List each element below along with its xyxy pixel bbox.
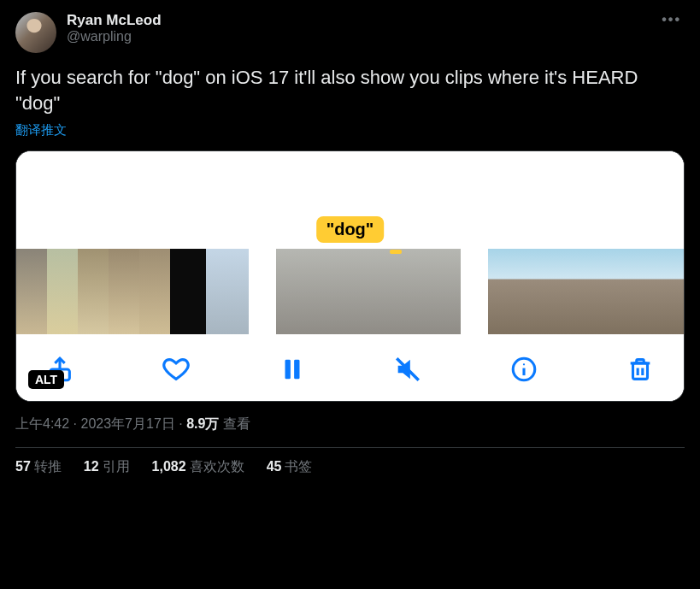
author-block[interactable]: Ryan McLeod @warpling (67, 12, 162, 44)
quotes-stat[interactable]: 12引用 (84, 458, 130, 476)
svg-rect-1 (285, 360, 290, 380)
clip-group-1[interactable] (16, 249, 249, 334)
tweet-meta: 上午4:42 · 2023年7月17日 · 8.9万 查看 (15, 415, 685, 433)
heart-icon[interactable] (162, 355, 191, 384)
thumb[interactable] (206, 249, 249, 334)
clip-group-3[interactable] (488, 249, 685, 334)
views-label: 查看 (219, 416, 250, 431)
thumb[interactable] (567, 249, 606, 334)
thumb[interactable] (606, 249, 645, 334)
thumb[interactable] (322, 249, 368, 334)
thumb[interactable] (139, 249, 170, 334)
caption-pill: "dog" (316, 216, 385, 243)
likes-stat[interactable]: 1,082喜欢次数 (152, 458, 244, 476)
author-handle: @warpling (67, 29, 162, 44)
svg-point-5 (523, 364, 525, 366)
thumb[interactable] (109, 249, 139, 334)
thumb[interactable] (47, 249, 78, 334)
thumb[interactable] (368, 249, 415, 334)
media-toolbar (16, 334, 684, 401)
thumb[interactable] (170, 249, 206, 334)
bookmarks-stat[interactable]: 45书签 (267, 458, 313, 476)
tweet-text: If you search for "dog" on iOS 17 it'll … (15, 65, 685, 115)
more-menu-button[interactable]: ••• (658, 12, 685, 27)
thumb[interactable] (415, 249, 461, 334)
tweet-container: Ryan McLeod @warpling ••• If you search … (0, 0, 700, 485)
tweet-stats: 57转推 12引用 1,082喜欢次数 45书签 (15, 458, 685, 476)
retweets-stat[interactable]: 57转推 (15, 458, 62, 476)
views-count: 8.9万 (186, 416, 219, 431)
tweet-time[interactable]: 上午4:42 (15, 416, 69, 431)
caption-marker (390, 250, 402, 254)
thumb[interactable] (527, 249, 567, 334)
svg-rect-2 (294, 360, 299, 380)
info-icon[interactable] (509, 355, 538, 384)
author-name: Ryan McLeod (67, 12, 162, 29)
thumb[interactable] (488, 249, 527, 334)
svg-rect-6 (632, 363, 647, 379)
media-card[interactable]: "dog" (15, 150, 685, 402)
thumb[interactable] (16, 249, 47, 334)
pause-icon[interactable] (278, 355, 307, 384)
translate-link[interactable]: 翻译推文 (15, 122, 685, 138)
thumb[interactable] (276, 249, 322, 334)
media-top-area: "dog" (16, 151, 684, 249)
thumb[interactable] (645, 249, 685, 334)
timeline-strip[interactable] (16, 249, 684, 334)
avatar[interactable] (15, 12, 56, 53)
tweet-header: Ryan McLeod @warpling ••• (15, 12, 685, 53)
mute-icon[interactable] (393, 355, 422, 384)
clip-group-2[interactable] (273, 249, 464, 334)
thumb[interactable] (78, 249, 109, 334)
trash-icon[interactable] (626, 355, 655, 384)
tweet-date[interactable]: 2023年7月17日 (80, 416, 174, 431)
alt-badge[interactable]: ALT (28, 370, 64, 389)
divider (15, 447, 685, 448)
